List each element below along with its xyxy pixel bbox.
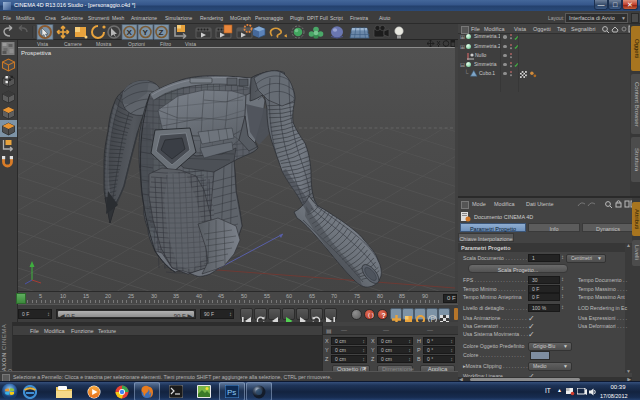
svg-text:Y: Y [143, 28, 149, 37]
svg-text:X: X [127, 28, 133, 37]
svg-text:Z: Z [159, 28, 164, 37]
svg-text:Ps: Ps [227, 388, 236, 397]
